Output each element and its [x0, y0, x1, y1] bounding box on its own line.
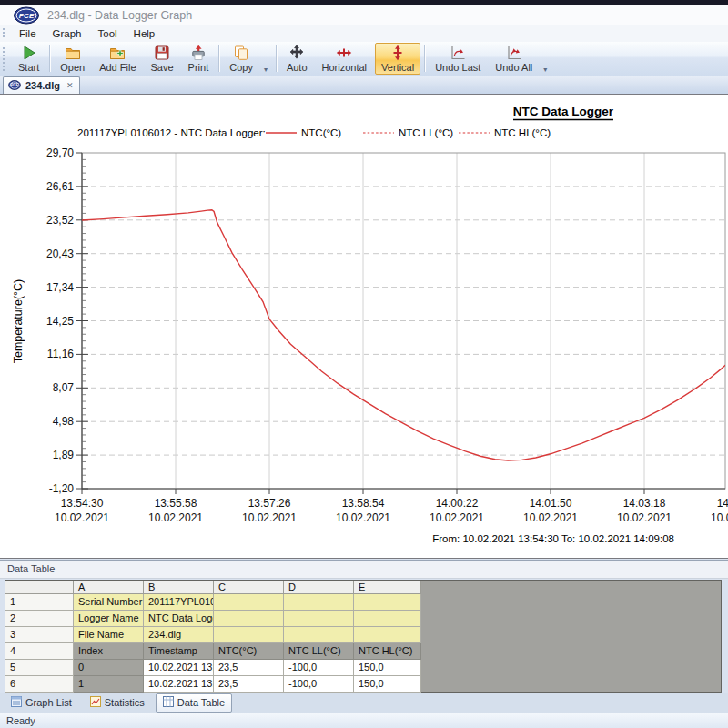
table-cell[interactable]	[284, 611, 354, 627]
horizontal-zoom-button[interactable]: Horizontal	[316, 43, 374, 75]
corner-cell[interactable]	[5, 581, 74, 594]
copy-button[interactable]: Copy	[223, 43, 259, 75]
table-cell[interactable]: Logger Name	[74, 611, 144, 627]
y-tick-label: 1,89	[53, 449, 75, 461]
column-header-E[interactable]: E	[354, 581, 421, 594]
row-number[interactable]: 4	[5, 643, 74, 660]
x-tick-time-label: 13:55:58	[155, 497, 197, 510]
toolbar-overflow-chevron[interactable]: ▾	[540, 42, 551, 76]
table-cell[interactable]: Serial Number	[74, 594, 144, 611]
horizontal-arrows-icon	[336, 45, 352, 61]
table-cell[interactable]: 150,0	[354, 676, 421, 693]
ntc-chart[interactable]: 29,7026,6123,5220,4317,3414,2511,168,074…	[0, 95, 728, 560]
x-tick-date-label: 10.02.2021	[55, 511, 109, 524]
table-cell[interactable]	[214, 611, 284, 627]
save-icon	[154, 45, 170, 61]
table-cell[interactable]: File Name	[74, 627, 144, 643]
table-cell[interactable]: 10.02.2021 13:...	[144, 660, 214, 676]
graph-panel: 29,7026,6123,5220,4317,3414,2511,168,074…	[0, 94, 728, 559]
toolbar: Start Open Add File	[0, 42, 728, 76]
vertical-zoom-button[interactable]: Vertical	[375, 43, 420, 75]
table-cell[interactable]: 234.dlg	[144, 627, 214, 643]
table-cell[interactable]: NTC Data Logger	[144, 611, 214, 627]
table-cell[interactable]: NTC HL(°C)	[354, 643, 421, 660]
start-button[interactable]: Start	[12, 43, 46, 75]
document-tab-234dlg[interactable]: PCE 234.dlg ✕	[3, 76, 80, 94]
menu-item-tool[interactable]: Tool	[90, 27, 126, 40]
table-cell[interactable]	[354, 611, 421, 627]
data-table-panel-title: Data Table	[0, 560, 728, 579]
row-number[interactable]: 1	[5, 594, 74, 611]
status-text: Ready	[6, 715, 35, 726]
table-cell[interactable]: -100,0	[284, 676, 354, 693]
print-button[interactable]: Print	[182, 43, 216, 75]
table-cell[interactable]: 0	[74, 660, 144, 676]
table-cell[interactable]	[284, 594, 354, 611]
y-axis-title: Temperature(°C)	[12, 279, 25, 364]
menu-item-help[interactable]: Help	[126, 27, 164, 40]
print-icon	[190, 45, 207, 61]
y-tick-label: 26,61	[46, 180, 74, 193]
title-bar: PCE 234.dlg - Data Logger Graph	[0, 5, 728, 26]
legend-label-ntc-hl: NTC HL(°C)	[494, 127, 551, 138]
y-tick-label: 17,34	[46, 281, 74, 294]
menubar-grip	[3, 28, 5, 39]
tab-close-icon[interactable]: ✕	[66, 81, 74, 90]
x-tick-time-label: 14:00:22	[436, 497, 479, 510]
table-row: 6110.02.2021 13:...23,5-100,0150,0	[5, 676, 421, 693]
column-header-D[interactable]: D	[284, 581, 354, 594]
menu-item-graph[interactable]: Graph	[45, 27, 90, 40]
undo-last-button[interactable]: Undo Last	[429, 43, 487, 75]
table-cell[interactable]: 23,5	[214, 660, 284, 676]
table-cell[interactable]	[354, 594, 421, 611]
table-cell[interactable]	[284, 627, 354, 643]
y-tick-label: 29,70	[46, 147, 74, 159]
table-cell[interactable]	[214, 627, 284, 643]
svg-text:PCE: PCE	[19, 12, 35, 20]
table-cell[interactable]: 10.02.2021 13:...	[144, 676, 214, 693]
table-cell[interactable]: 23,5	[214, 676, 284, 693]
pce-tab-icon: PCE	[8, 80, 21, 92]
x-tick-time-label: 14:01:50	[530, 497, 572, 510]
table-cell[interactable]: Timestamp	[144, 643, 214, 660]
vertical-arrows-icon	[389, 45, 406, 61]
y-tick-label: 14,25	[46, 315, 74, 328]
row-number[interactable]: 5	[5, 660, 74, 676]
table-cell[interactable]: NTC LL(°C)	[284, 643, 354, 660]
row-number[interactable]: 6	[5, 676, 74, 693]
table-row: 4IndexTimestampNTC(°C)NTC LL(°C)NTC HL(°…	[5, 643, 421, 660]
x-tick-date-label: 10.02.2021	[430, 511, 484, 524]
tab-data-table[interactable]: Data Table	[156, 693, 232, 713]
undo-all-button[interactable]: Undo All	[489, 43, 539, 75]
table-cell[interactable]: 1	[74, 676, 144, 693]
open-button[interactable]: Open	[54, 43, 91, 75]
menu-item-file[interactable]: File	[11, 27, 45, 40]
table-cell[interactable]: 150,0	[354, 660, 421, 676]
tab-statistics[interactable]: Statistics	[83, 693, 152, 713]
x-tick-time-label: 14:04:46	[717, 497, 728, 510]
table-cell[interactable]: 201117YPL010...	[144, 594, 214, 611]
legend-series-label: 201117YPL0106012 - NTC Data Logger:	[77, 127, 266, 138]
column-header-B[interactable]: B	[144, 581, 214, 594]
tab-graph-list[interactable]: Graph List	[4, 693, 79, 713]
table-row: 5010.02.2021 13:...23,5-100,0150,0	[5, 660, 421, 676]
auto-zoom-button[interactable]: Auto	[280, 43, 314, 75]
row-number[interactable]: 2	[5, 611, 74, 627]
y-tick-label: 11,16	[47, 348, 74, 360]
add-file-button[interactable]: Add File	[93, 43, 142, 75]
graph-list-icon	[11, 696, 22, 709]
table-cell[interactable]: NTC(°C)	[214, 643, 284, 660]
row-number[interactable]: 3	[5, 627, 74, 643]
column-header-C[interactable]: C	[214, 581, 284, 594]
document-tab-strip: PCE 234.dlg ✕	[0, 76, 728, 94]
auto-arrows-icon	[288, 45, 305, 61]
table-cell[interactable]: -100,0	[284, 660, 354, 676]
table-cell[interactable]	[214, 594, 284, 611]
table-cell[interactable]: Index	[74, 643, 144, 660]
table-cell[interactable]	[354, 627, 421, 643]
data-table-icon	[163, 696, 174, 709]
toolbar-overflow-chevron[interactable]: ▾	[260, 42, 271, 76]
toolbar-separator	[276, 46, 277, 72]
save-button[interactable]: Save	[145, 43, 180, 75]
column-header-A[interactable]: A	[74, 581, 144, 594]
